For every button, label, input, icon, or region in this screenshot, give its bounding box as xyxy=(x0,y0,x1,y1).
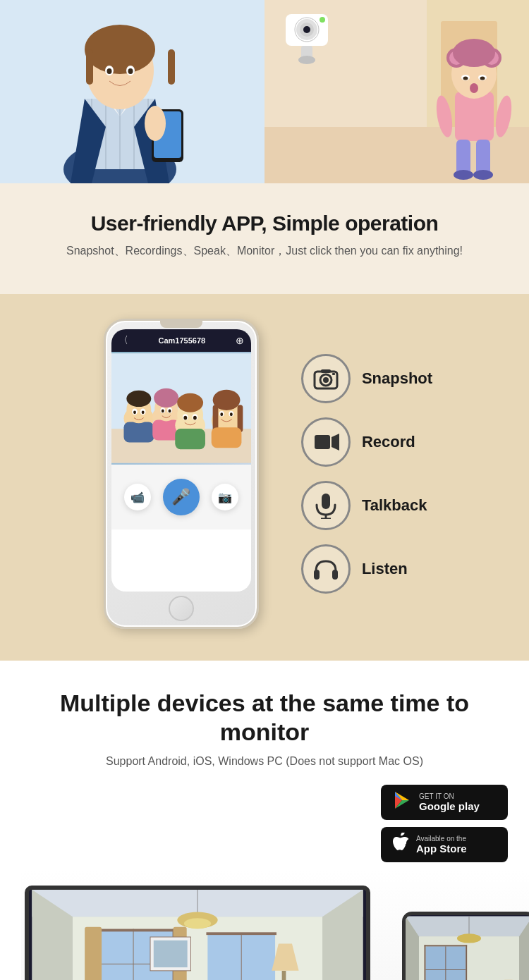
svg-point-42 xyxy=(453,39,495,67)
app-features-banner: User-friendly APP, Simple operation Snap… xyxy=(0,183,529,294)
laptop-room-svg xyxy=(29,890,366,980)
phone-notch xyxy=(160,321,202,328)
svg-rect-14 xyxy=(86,49,93,85)
svg-rect-80 xyxy=(175,429,205,449)
svg-point-64 xyxy=(142,410,145,414)
svg-point-53 xyxy=(473,170,493,180)
svg-rect-58 xyxy=(123,422,154,442)
svg-rect-98 xyxy=(322,494,330,509)
talkback-label: Talkback xyxy=(362,496,427,515)
svg-point-60 xyxy=(126,391,151,407)
svg-point-129 xyxy=(184,918,211,929)
svg-point-46 xyxy=(480,77,485,80)
svg-point-88 xyxy=(220,412,223,416)
laptop xyxy=(21,886,381,980)
svg-rect-159 xyxy=(466,945,467,980)
svg-point-68 xyxy=(154,388,178,408)
svg-point-31 xyxy=(303,26,310,33)
feature-item-record: Record xyxy=(301,417,432,467)
svg-point-166 xyxy=(457,933,481,943)
svg-rect-15 xyxy=(168,49,175,85)
svg-point-93 xyxy=(323,377,329,383)
phone-settings-icon[interactable]: ⊕ xyxy=(236,335,244,346)
svg-rect-158 xyxy=(425,945,426,980)
svg-point-72 xyxy=(168,409,171,412)
phone-screen: 〈 Cam1755678 ⊕ xyxy=(111,329,251,592)
svg-point-75 xyxy=(177,393,203,412)
phone-outer: 〈 Cam1755678 ⊕ xyxy=(104,319,259,629)
svg-point-78 xyxy=(183,416,187,420)
svg-rect-144 xyxy=(154,940,188,967)
svg-rect-140 xyxy=(282,970,286,980)
svg-point-89 xyxy=(230,412,233,416)
phone-home-button[interactable] xyxy=(169,596,194,621)
feature-item-listen: Listen xyxy=(301,544,432,594)
app-store-big: App Store xyxy=(416,843,467,855)
right-photo xyxy=(264,0,529,183)
camera-child-svg xyxy=(264,0,529,183)
svg-point-35 xyxy=(320,17,325,23)
svg-point-19 xyxy=(128,68,133,74)
record-label: Record xyxy=(362,433,415,451)
phone-app-title: Cam1755678 xyxy=(159,336,206,345)
svg-point-47 xyxy=(470,83,478,93)
svg-marker-97 xyxy=(332,434,339,451)
svg-rect-160 xyxy=(425,945,468,946)
app-store-small: Available on the xyxy=(416,835,467,843)
svg-rect-121 xyxy=(85,926,102,980)
google-play-text: GET IT ON Google play xyxy=(419,792,480,812)
phone-back-button[interactable]: 〈 xyxy=(118,334,128,347)
record-icon-circle xyxy=(301,417,351,467)
family-photo-svg xyxy=(111,352,251,465)
svg-rect-94 xyxy=(321,369,331,373)
svg-point-13 xyxy=(85,25,155,74)
svg-rect-90 xyxy=(212,427,242,448)
phone-app-header: 〈 Cam1755678 ⊕ xyxy=(111,329,251,352)
svg-point-18 xyxy=(107,68,112,74)
phone-controls: 📹 🎤 📷 xyxy=(111,465,251,529)
devices-title: Multiple devices at the same time to mon… xyxy=(21,689,508,747)
phone-features-section: 〈 Cam1755678 ⊕ xyxy=(0,294,529,661)
svg-rect-150 xyxy=(406,916,529,936)
listen-icon-circle xyxy=(301,544,351,594)
top-photos-section xyxy=(0,0,529,183)
talkback-icon-circle xyxy=(301,481,351,530)
google-play-small: GET IT ON xyxy=(419,792,480,800)
app-features-title: User-friendly APP, Simple operation xyxy=(21,212,508,235)
svg-point-71 xyxy=(162,409,164,412)
svg-point-34 xyxy=(298,56,315,64)
snapshot-label: Snapshot xyxy=(362,369,432,388)
feature-item-snapshot: Snapshot xyxy=(301,354,432,403)
devices-illustration xyxy=(21,869,529,980)
google-play-big: Google play xyxy=(419,800,480,812)
phone-camera-btn[interactable]: 📷 xyxy=(212,484,238,510)
phone-mic-btn[interactable]: 🎤 xyxy=(163,479,200,515)
tablet-screen xyxy=(402,912,529,980)
snapshot-icon-circle xyxy=(301,354,351,403)
svg-rect-125 xyxy=(206,932,276,935)
svg-point-52 xyxy=(454,170,473,180)
laptop-screen xyxy=(25,886,370,980)
devices-section: Multiple devices at the same time to mon… xyxy=(0,661,529,980)
svg-rect-96 xyxy=(315,435,330,449)
devices-subtitle: Support Android, iOS, Windows PC (Does n… xyxy=(21,755,508,768)
svg-rect-95 xyxy=(332,373,335,375)
svg-rect-102 xyxy=(332,570,338,580)
svg-rect-36 xyxy=(455,92,494,141)
google-play-icon xyxy=(392,790,412,814)
phone-camera-view xyxy=(111,352,251,465)
svg-point-79 xyxy=(193,416,197,420)
left-photo xyxy=(0,0,264,183)
feature-item-talkback: Talkback xyxy=(301,481,432,530)
svg-rect-51 xyxy=(476,140,490,175)
tablet-room-svg xyxy=(406,915,529,980)
woman-photo-svg xyxy=(0,0,264,183)
phone-mockup: 〈 Cam1755678 ⊕ xyxy=(97,319,266,629)
tablet xyxy=(402,912,529,980)
google-play-badge[interactable]: GET IT ON Google play xyxy=(381,785,508,820)
svg-point-45 xyxy=(463,77,468,80)
app-store-text: Available on the App Store xyxy=(416,835,467,855)
app-store-badge[interactable]: Available on the App Store xyxy=(381,827,508,862)
apple-icon xyxy=(392,833,409,857)
phone-video-btn[interactable]: 📹 xyxy=(124,484,151,510)
